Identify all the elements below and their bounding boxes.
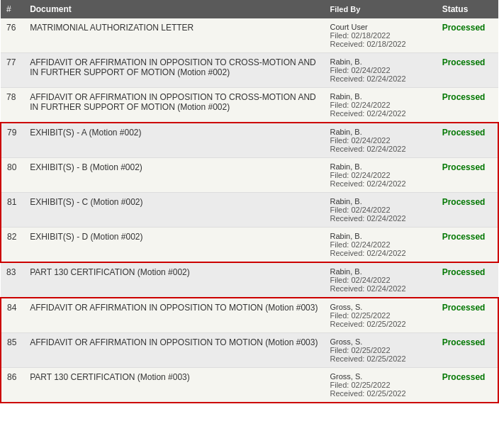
row-document[interactable]: PART 130 CERTIFICATION (Motion #003): [24, 368, 324, 403]
row-status: Processed: [437, 18, 498, 53]
received-date: Received: 02/24/2022: [330, 214, 430, 223]
filer-name: Rabin, B.: [330, 232, 430, 240]
filer-name: Rabin, B.: [330, 197, 430, 206]
row-filed-by: Rabin, B. Filed: 02/24/2022 Received: 02…: [324, 158, 436, 193]
row-num: 84: [1, 298, 24, 333]
header-filed-by: Filed By: [324, 0, 436, 18]
filed-date: Filed: 02/24/2022: [330, 101, 430, 109]
table-row: 84 AFFIDAVIT OR AFFIRMATION IN OPPOSITIO…: [1, 298, 498, 333]
filed-date: Filed: 02/18/2022: [330, 31, 430, 40]
table-row: 78 AFFIDAVIT OR AFFIRMATION IN OPPOSITIO…: [1, 88, 498, 123]
row-document[interactable]: AFFIDAVIT OR AFFIRMATION IN OPPOSITION T…: [24, 298, 324, 333]
row-filed-by: Court User Filed: 02/18/2022 Received: 0…: [324, 18, 436, 53]
filed-date: Filed: 02/24/2022: [330, 240, 430, 249]
row-document[interactable]: EXHIBIT(S) - A (Motion #002): [24, 123, 324, 158]
filer-name: Rabin, B.: [330, 92, 430, 101]
received-date: Received: 02/24/2022: [330, 179, 430, 188]
row-num: 76: [1, 18, 24, 53]
row-filed-by: Rabin, B. Filed: 02/24/2022 Received: 02…: [324, 53, 436, 88]
filed-date: Filed: 02/25/2022: [330, 346, 430, 354]
row-status: Processed: [437, 368, 498, 403]
received-date: Received: 02/24/2022: [330, 74, 430, 83]
filed-date: Filed: 02/24/2022: [330, 171, 430, 179]
row-filed-by: Rabin, B. Filed: 02/24/2022 Received: 02…: [324, 262, 436, 298]
row-filed-by: Rabin, B. Filed: 02/24/2022 Received: 02…: [324, 193, 436, 228]
filer-name: Court User: [330, 23, 430, 31]
filed-date: Filed: 02/25/2022: [330, 311, 430, 320]
filed-date: Filed: 02/24/2022: [330, 206, 430, 214]
row-filed-by: Rabin, B. Filed: 02/24/2022 Received: 02…: [324, 228, 436, 263]
table-row: 77 AFFIDAVIT OR AFFIRMATION IN OPPOSITIO…: [1, 53, 498, 88]
received-date: Received: 02/25/2022: [330, 320, 430, 328]
filed-date: Filed: 02/25/2022: [330, 381, 430, 389]
header-num: #: [1, 0, 24, 18]
row-status: Processed: [437, 53, 498, 88]
filed-date: Filed: 02/24/2022: [330, 136, 430, 145]
row-document[interactable]: EXHIBIT(S) - C (Motion #002): [24, 193, 324, 228]
received-date: Received: 02/24/2022: [330, 284, 430, 293]
row-num: 82: [1, 228, 24, 263]
filer-name: Rabin, B.: [330, 57, 430, 66]
row-num: 86: [1, 368, 24, 403]
filer-name: Rabin, B.: [330, 267, 430, 276]
received-date: Received: 02/24/2022: [330, 249, 430, 257]
filer-name: Rabin, B.: [330, 162, 430, 171]
row-status: Processed: [437, 262, 498, 298]
row-status: Processed: [437, 228, 498, 263]
filer-name: Rabin, B.: [330, 128, 430, 136]
row-document[interactable]: AFFIDAVIT OR AFFIRMATION IN OPPOSITION T…: [24, 88, 324, 123]
row-document[interactable]: AFFIDAVIT OR AFFIRMATION IN OPPOSITION T…: [24, 53, 324, 88]
row-status: Processed: [437, 123, 498, 158]
table-row: 83 PART 130 CERTIFICATION (Motion #002) …: [1, 262, 498, 298]
row-status: Processed: [437, 333, 498, 368]
table-row: 85 AFFIDAVIT OR AFFIRMATION IN OPPOSITIO…: [1, 333, 498, 368]
row-document[interactable]: PART 130 CERTIFICATION (Motion #002): [24, 262, 324, 298]
row-num: 83: [1, 262, 24, 298]
row-document[interactable]: MATRIMONIAL AUTHORIZATION LETTER: [24, 18, 324, 53]
table-row: 86 PART 130 CERTIFICATION (Motion #003) …: [1, 368, 498, 403]
header-document: Document: [24, 0, 324, 18]
table-row: 76 MATRIMONIAL AUTHORIZATION LETTER Cour…: [1, 18, 498, 53]
header-status: Status: [437, 0, 498, 18]
table-row: 80 EXHIBIT(S) - B (Motion #002) Rabin, B…: [1, 158, 498, 193]
received-date: Received: 02/24/2022: [330, 145, 430, 153]
received-date: Received: 02/24/2022: [330, 109, 430, 118]
row-num: 81: [1, 193, 24, 228]
received-date: Received: 02/18/2022: [330, 40, 430, 48]
table-row: 81 EXHIBIT(S) - C (Motion #002) Rabin, B…: [1, 193, 498, 228]
table-row: 79 EXHIBIT(S) - A (Motion #002) Rabin, B…: [1, 123, 498, 158]
row-status: Processed: [437, 298, 498, 333]
row-status: Processed: [437, 88, 498, 123]
filed-date: Filed: 02/24/2022: [330, 276, 430, 284]
row-filed-by: Rabin, B. Filed: 02/24/2022 Received: 02…: [324, 123, 436, 158]
filed-date: Filed: 02/24/2022: [330, 66, 430, 74]
row-filed-by: Gross, S. Filed: 02/25/2022 Received: 02…: [324, 298, 436, 333]
documents-table: # Document Filed By Status 76 MATRIMONIA…: [0, 0, 499, 403]
row-document[interactable]: EXHIBIT(S) - D (Motion #002): [24, 228, 324, 263]
row-status: Processed: [437, 158, 498, 193]
table-row: 82 EXHIBIT(S) - D (Motion #002) Rabin, B…: [1, 228, 498, 263]
received-date: Received: 02/25/2022: [330, 389, 430, 398]
row-num: 80: [1, 158, 24, 193]
row-num: 77: [1, 53, 24, 88]
filer-name: Gross, S.: [330, 303, 430, 311]
row-filed-by: Rabin, B. Filed: 02/24/2022 Received: 02…: [324, 88, 436, 123]
received-date: Received: 02/25/2022: [330, 354, 430, 363]
row-document[interactable]: AFFIDAVIT OR AFFIRMATION IN OPPOSITION T…: [24, 333, 324, 368]
filer-name: Gross, S.: [330, 337, 430, 346]
row-document[interactable]: EXHIBIT(S) - B (Motion #002): [24, 158, 324, 193]
row-num: 78: [1, 88, 24, 123]
row-filed-by: Gross, S. Filed: 02/25/2022 Received: 02…: [324, 368, 436, 403]
filer-name: Gross, S.: [330, 372, 430, 381]
row-num: 79: [1, 123, 24, 158]
table-header-row: # Document Filed By Status: [1, 0, 498, 18]
row-filed-by: Gross, S. Filed: 02/25/2022 Received: 02…: [324, 333, 436, 368]
row-status: Processed: [437, 193, 498, 228]
row-num: 85: [1, 333, 24, 368]
